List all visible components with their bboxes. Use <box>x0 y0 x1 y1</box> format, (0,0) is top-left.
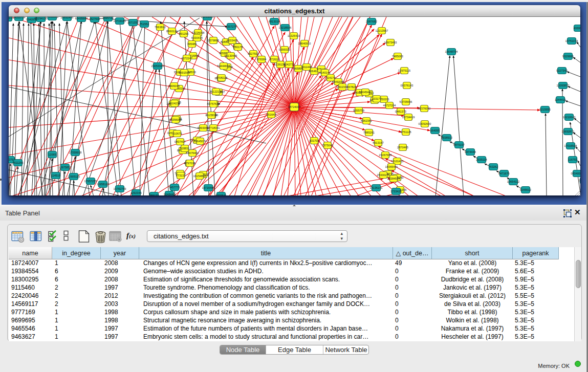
svg-text:5493066: 5493066 <box>198 126 209 129</box>
svg-text:86122138: 86122138 <box>210 90 223 93</box>
svg-text:773132: 773132 <box>176 174 186 177</box>
svg-text:17016504: 17016504 <box>564 144 577 147</box>
svg-text:8813014: 8813014 <box>269 20 280 23</box>
svg-text:351643: 351643 <box>267 113 276 116</box>
svg-text:29053346: 29053346 <box>151 64 164 68</box>
svg-text:4104234: 4104234 <box>169 102 180 105</box>
svg-text:103177: 103177 <box>372 97 382 100</box>
svg-text:9327503: 9327503 <box>248 52 259 55</box>
svg-text:25300275: 25300275 <box>377 173 390 177</box>
svg-text:20691406: 20691406 <box>61 17 74 19</box>
svg-text:6751125: 6751125 <box>400 130 411 134</box>
svg-text:5242731: 5242731 <box>284 63 295 66</box>
svg-text:763262: 763262 <box>489 165 498 168</box>
svg-text:114519: 114519 <box>51 174 60 177</box>
svg-text:12093872: 12093872 <box>557 84 570 87</box>
svg-text:7357274: 7357274 <box>226 25 237 28</box>
svg-text:6330434: 6330434 <box>191 36 203 39</box>
svg-text:15716485: 15716485 <box>202 186 215 189</box>
svg-text:16782759: 16782759 <box>114 187 126 190</box>
svg-text:13384554: 13384554 <box>387 177 400 180</box>
svg-text:86492083: 86492083 <box>332 80 345 83</box>
svg-text:7279584: 7279584 <box>579 179 580 182</box>
svg-text:0009541: 0009541 <box>215 194 227 196</box>
svg-text:1695722: 1695722 <box>102 17 114 19</box>
svg-text:10719185: 10719185 <box>114 19 126 23</box>
svg-text:18640910: 18640910 <box>298 42 311 45</box>
svg-text:77718341: 77718341 <box>207 126 220 129</box>
svg-text:18724007: 18724007 <box>288 105 301 108</box>
svg-text:780175: 780175 <box>233 46 243 49</box>
svg-text:751552: 751552 <box>140 23 149 26</box>
svg-text:0837407: 0837407 <box>175 140 186 143</box>
svg-text:33734419: 33734419 <box>402 116 415 119</box>
svg-text:56130445: 56130445 <box>225 54 237 57</box>
svg-text:23267938: 23267938 <box>379 154 392 157</box>
svg-text:6691564: 6691564 <box>179 71 190 74</box>
svg-text:2087682: 2087682 <box>366 20 377 23</box>
svg-text:72101415: 72101415 <box>391 160 404 163</box>
svg-text:347824: 347824 <box>347 85 357 89</box>
svg-text:8938913: 8938913 <box>441 136 452 139</box>
svg-text:00376143: 00376143 <box>401 84 413 87</box>
svg-text:4708227: 4708227 <box>216 76 227 79</box>
svg-text:891295: 891295 <box>179 32 189 35</box>
svg-text:2935114: 2935114 <box>476 158 487 161</box>
svg-text:3125815: 3125815 <box>206 114 217 117</box>
svg-text:9048449: 9048449 <box>164 193 175 196</box>
svg-text:14136141: 14136141 <box>370 186 383 189</box>
svg-text:9355759: 9355759 <box>353 109 364 112</box>
svg-text:8660124: 8660124 <box>166 30 178 33</box>
svg-text:7611256: 7611256 <box>12 161 23 164</box>
svg-text:116753: 116753 <box>568 158 577 161</box>
svg-text:314170: 314170 <box>326 76 336 79</box>
svg-text:1733426: 1733426 <box>390 190 402 193</box>
svg-text:17957255: 17957255 <box>84 180 97 183</box>
svg-text:4913167: 4913167 <box>373 141 384 144</box>
svg-text:3215955: 3215955 <box>539 108 551 111</box>
svg-text:18365461: 18365461 <box>385 165 398 168</box>
svg-text:15692871: 15692871 <box>562 130 575 133</box>
svg-text:16154808: 16154808 <box>193 174 206 178</box>
svg-text:60495660: 60495660 <box>75 17 88 20</box>
svg-text:11325419: 11325419 <box>288 34 300 37</box>
svg-text:4072247: 4072247 <box>181 57 192 60</box>
svg-text:6906044: 6906044 <box>168 84 180 87</box>
svg-text:7485063: 7485063 <box>392 55 403 58</box>
svg-text:11958127: 11958127 <box>97 183 109 186</box>
svg-text:85356068: 85356068 <box>169 118 182 121</box>
svg-text:436991: 436991 <box>574 27 580 30</box>
svg-text:59045440: 59045440 <box>359 91 372 94</box>
svg-text:15751074: 15751074 <box>565 39 578 42</box>
svg-text:1311440: 1311440 <box>301 65 312 69</box>
svg-text:24055724: 24055724 <box>13 17 26 19</box>
svg-text:6140141: 6140141 <box>319 71 331 74</box>
svg-text:36676402: 36676402 <box>186 151 199 155</box>
svg-text:7375043: 7375043 <box>322 144 333 147</box>
svg-text:8471676: 8471676 <box>498 172 510 175</box>
svg-text:16033809: 16033809 <box>201 17 214 18</box>
svg-text:528831: 528831 <box>180 147 190 150</box>
svg-text:395486: 395486 <box>187 42 197 46</box>
svg-text:0481373: 0481373 <box>395 110 406 113</box>
svg-text:08340057: 08340057 <box>571 172 580 175</box>
svg-text:1527602: 1527602 <box>89 17 100 20</box>
svg-text:6797016: 6797016 <box>184 162 195 165</box>
svg-text:0579868: 0579868 <box>208 39 219 42</box>
svg-text:1292346: 1292346 <box>130 191 142 194</box>
svg-text:83757628: 83757628 <box>207 102 220 105</box>
svg-text:53226058: 53226058 <box>192 31 205 34</box>
svg-text:2870465: 2870465 <box>397 146 408 149</box>
svg-text:12905115: 12905115 <box>68 175 80 178</box>
svg-text:7663822: 7663822 <box>155 26 166 29</box>
svg-text:10654112: 10654112 <box>507 180 519 183</box>
svg-text:87161682: 87161682 <box>46 17 59 18</box>
svg-text:279401: 279401 <box>9 17 12 19</box>
svg-text:164095: 164095 <box>430 129 440 132</box>
svg-text:12065: 12065 <box>48 153 56 156</box>
svg-text:8033401: 8033401 <box>227 39 238 42</box>
svg-text:83645074: 83645074 <box>194 140 207 143</box>
svg-text:12975115: 12975115 <box>398 69 410 72</box>
svg-text:9227343: 9227343 <box>556 69 568 72</box>
svg-text:16210643: 16210643 <box>563 116 576 119</box>
